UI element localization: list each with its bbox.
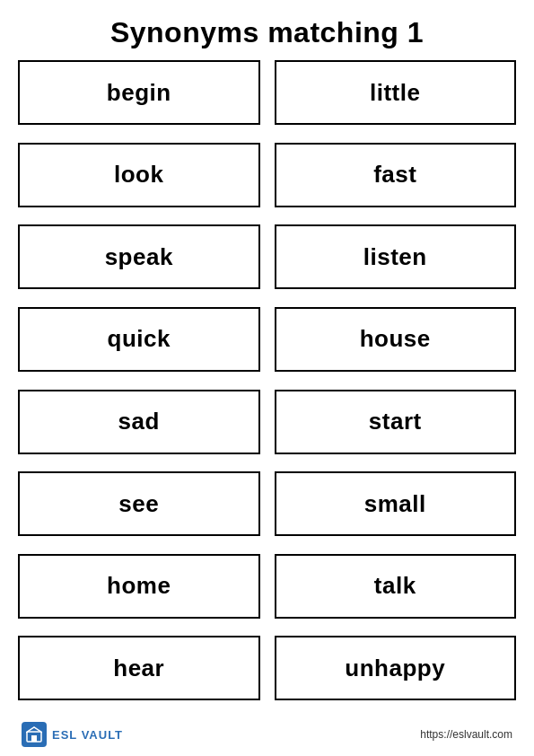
left-word-3[interactable]: speak	[18, 224, 260, 289]
matching-grid: begin little look fast speak listen quic…	[18, 60, 516, 713]
right-word-6[interactable]: small	[275, 471, 517, 536]
footer: ESL VAULT https://eslvault.com	[18, 722, 516, 747]
footer-url: https://eslvault.com	[420, 728, 512, 741]
left-word-2[interactable]: look	[18, 143, 260, 207]
left-word-6[interactable]: see	[18, 471, 260, 536]
right-word-2[interactable]: fast	[275, 143, 517, 207]
svg-rect-1	[31, 735, 37, 742]
right-word-7[interactable]: talk	[275, 554, 517, 619]
left-word-8[interactable]: hear	[18, 636, 260, 700]
logo-icon	[22, 722, 47, 747]
right-word-5[interactable]: start	[275, 390, 517, 454]
left-word-5[interactable]: sad	[18, 390, 260, 454]
left-word-7[interactable]: home	[18, 554, 260, 619]
logo-container: ESL VAULT	[22, 722, 123, 747]
page-title: Synonyms matching 1	[110, 16, 424, 49]
right-word-3[interactable]: listen	[275, 224, 517, 289]
left-word-4[interactable]: quick	[18, 307, 260, 372]
logo-text: ESL VAULT	[52, 728, 123, 742]
left-word-1[interactable]: begin	[18, 60, 260, 125]
right-word-1[interactable]: little	[275, 60, 517, 125]
right-word-8[interactable]: unhappy	[275, 636, 517, 700]
right-word-4[interactable]: house	[275, 307, 517, 372]
